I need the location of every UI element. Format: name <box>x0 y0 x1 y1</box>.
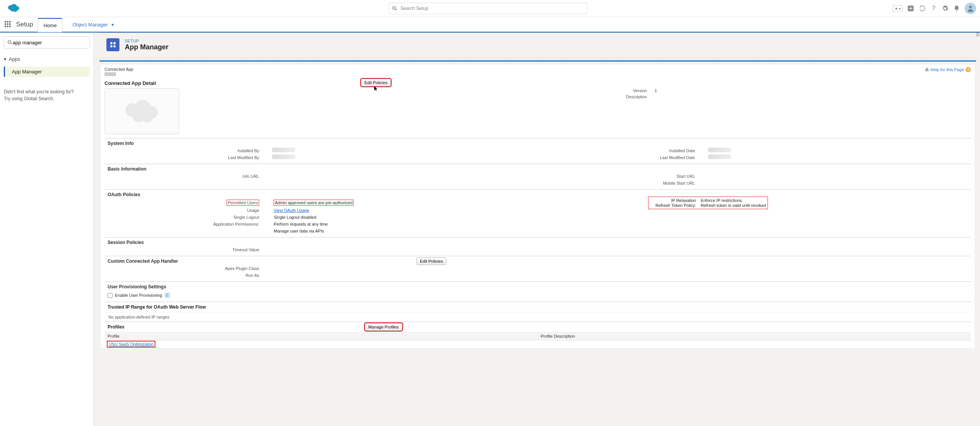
svg-rect-3 <box>114 42 116 44</box>
edit-policies-button[interactable]: Edit Policies <box>361 79 391 86</box>
section-custom-handler: Custom Connected App Handler Edit Polici… <box>105 256 971 281</box>
sync-icon[interactable] <box>919 5 926 12</box>
single-logout-label: Single Logout <box>108 214 261 220</box>
global-search[interactable]: Search Setup <box>389 3 588 14</box>
last-modified-by-value <box>272 154 295 159</box>
search-icon <box>392 6 397 11</box>
gear-icon[interactable] <box>942 5 949 12</box>
page-title: App Manager <box>125 43 168 51</box>
help-icon[interactable]: ? <box>930 5 937 12</box>
svg-rect-5 <box>114 46 116 47</box>
bell-icon[interactable] <box>953 5 960 12</box>
profiles-col-profile: Profile <box>105 332 538 340</box>
favorite-toggle[interactable]: ★ ▾ <box>893 5 903 12</box>
section-profiles: Profiles Manage Profiles Profile Profile… <box>105 322 971 348</box>
header-utilities: ★ ▾ ? <box>893 3 976 14</box>
section-session-policies: Session Policies Timeout Value <box>105 237 971 256</box>
app-permissions-value-2: Manage user data via APIs <box>272 228 968 234</box>
cursor-pointer-icon <box>374 86 378 92</box>
refresh-token-label: Refresh Token Policy: <box>650 203 696 208</box>
installed-by-value <box>272 148 295 152</box>
tree-node-apps[interactable]: ▾ Apps <box>4 56 90 62</box>
context-app-title: Setup <box>16 21 33 28</box>
last-modified-by-label: Last Modified By <box>108 154 261 161</box>
enable-user-provisioning-label: Enable User Provisioning <box>115 293 162 298</box>
salesforce-logo <box>4 3 21 15</box>
view-oauth-usage-link[interactable]: View OAuth Usage <box>274 208 309 213</box>
section-trusted-ip: Trusted IP Range for OAuth Web Server Fl… <box>105 302 971 322</box>
permitted-users-value: Admin approved users are pre-authorized <box>275 200 353 205</box>
enable-user-provisioning-checkbox[interactable] <box>108 293 113 298</box>
section-basic-information: Basic Information Info URL Start URL Mob… <box>105 164 971 189</box>
record-type-label: Connected App <box>105 67 133 72</box>
start-url-value <box>708 173 968 179</box>
app-permissions-label: Application Permissions: <box>108 221 261 227</box>
section-title: Session Policies <box>105 237 971 247</box>
search-placeholder: Search Setup <box>400 6 428 11</box>
tab-home[interactable]: Home <box>38 18 62 32</box>
chevron-down-icon: ▾ <box>111 22 114 28</box>
installed-by-label: Installed By <box>108 148 261 154</box>
connected-app-detail-title: Connected App Detail <box>105 80 156 86</box>
add-icon[interactable] <box>907 5 914 12</box>
last-modified-date-value <box>708 154 731 159</box>
section-user-provisioning: User Provisioning Settings Enable User P… <box>105 281 971 302</box>
installed-date-value <box>708 148 731 152</box>
refresh-token-value: Refresh token is valid until revoked <box>701 203 766 208</box>
detail-panel: Connected App 🖶 Help for this Page ? Con… <box>101 65 975 348</box>
usage-label: Usage <box>108 207 261 213</box>
printer-icon: 🖶 <box>925 67 929 72</box>
profiles-table: Profile Profile Description USU SaaS Opt… <box>105 332 971 348</box>
description-label: Description <box>605 94 647 99</box>
section-title: Trusted IP Range for OAuth Web Server Fl… <box>105 302 971 312</box>
header-decoration <box>100 57 976 60</box>
tree-node-app-manager[interactable]: App Manager <box>5 67 90 77</box>
record-name-redacted <box>105 72 116 76</box>
permitted-users-label: Permitted Users <box>228 200 258 205</box>
manage-profiles-button[interactable]: Manage Profiles <box>365 323 402 331</box>
user-avatar[interactable] <box>965 3 976 14</box>
tab-object-manager[interactable]: Object Manager ▾ <box>67 18 119 31</box>
app-manager-icon <box>106 38 119 51</box>
mobile-start-url-value <box>708 180 968 186</box>
mobile-start-url-label: Mobile Start URL <box>544 180 697 186</box>
edit-policies-button-handler[interactable]: Edit Policies <box>416 257 446 265</box>
svg-point-1 <box>969 6 972 8</box>
section-title: User Provisioning Settings <box>105 282 971 291</box>
timeout-value <box>272 247 968 253</box>
apex-plugin-class-value <box>272 265 968 272</box>
chevron-down-icon: ▾ <box>899 7 901 11</box>
ip-relaxation-label: IP Relaxation <box>650 198 696 203</box>
profile-description-value <box>538 340 971 348</box>
quick-find-field[interactable] <box>13 40 86 46</box>
single-logout-value: Single Logout disabled <box>272 214 968 220</box>
quick-find-input[interactable] <box>4 36 90 49</box>
section-system-info: System Info Installed By Installed Date … <box>105 138 971 164</box>
trusted-ip-empty-msg: No application-defined IP ranges <box>105 312 971 322</box>
setup-tree: ▾ Apps App Manager <box>4 56 90 77</box>
section-oauth-policies: OAuth Policies Permitted Users Admin app… <box>105 189 971 237</box>
sidebar-hint: Didn't find what you're looking for? Try… <box>4 88 90 102</box>
profiles-col-description: Profile Description <box>538 332 971 340</box>
app-launcher-icon[interactable] <box>5 21 11 28</box>
app-logo-placeholder <box>105 88 179 134</box>
help-for-page[interactable]: 🖶 Help for this Page ? <box>925 67 971 72</box>
run-as-label: Run As <box>108 272 261 278</box>
ip-relaxation-value: Enforce IP restrictions <box>701 198 742 203</box>
section-title: System Info <box>105 138 971 148</box>
apex-plugin-class-label: Apex Plugin Class <box>108 265 261 272</box>
timeout-value-label: Timeout Value <box>108 247 261 253</box>
page-header-band: SETUP App Manager <box>100 33 976 62</box>
tree-label: Apps <box>9 56 20 62</box>
context-bar: Setup Home Object Manager ▾ <box>0 17 980 33</box>
svg-rect-2 <box>110 42 112 44</box>
start-url-label: Start URL <box>544 173 697 179</box>
section-title: Basic Information <box>105 164 971 173</box>
info-icon[interactable]: i <box>165 293 170 298</box>
version-value: 1 <box>655 88 657 93</box>
global-header: Search Setup ★ ▾ ? <box>0 0 980 17</box>
profile-link[interactable]: USU SaaS Optimization <box>108 341 155 347</box>
section-title: OAuth Policies <box>105 190 971 199</box>
star-icon: ★ <box>895 7 898 11</box>
section-title: Custom Connected App Handler Edit Polici… <box>105 256 971 265</box>
